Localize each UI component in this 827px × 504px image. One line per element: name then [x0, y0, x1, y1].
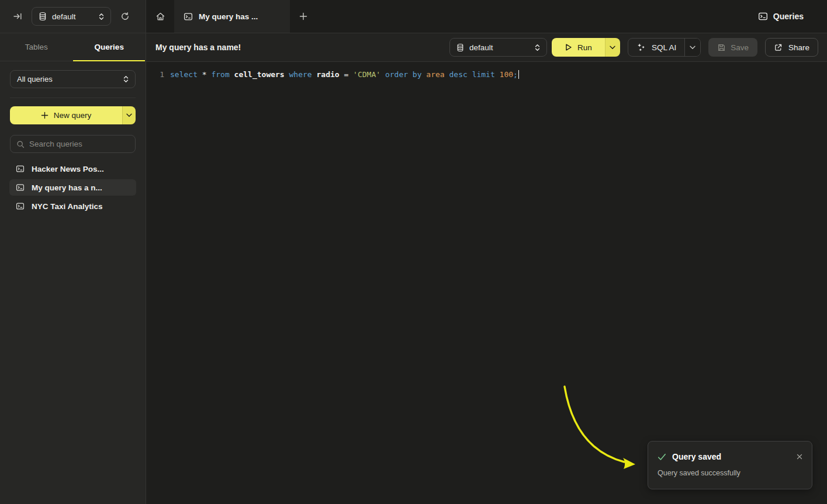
home-icon: [155, 12, 165, 22]
database-icon: [456, 43, 464, 52]
query-item-label: Hacker News Pos...: [32, 165, 104, 173]
toolbar-database-selector[interactable]: default: [449, 38, 547, 57]
save-icon: [717, 43, 726, 52]
toast-message: Query saved successfully: [658, 469, 802, 477]
chevron-updown-icon: [98, 13, 105, 20]
share-button[interactable]: Share: [765, 38, 818, 57]
terminal-icon: [184, 12, 193, 21]
sql-token: 'CDMA': [353, 70, 385, 79]
sql-token: *: [202, 70, 212, 79]
sidebar-tabs: Tables Queries: [0, 33, 146, 61]
share-label: Share: [788, 43, 809, 52]
terminal-icon: [16, 165, 25, 173]
database-icon: [39, 12, 47, 21]
sql-ai-dropdown-button[interactable]: [684, 39, 700, 56]
terminal-icon: [16, 183, 25, 192]
sql-token: =: [344, 70, 353, 79]
toast-title: Query saved: [672, 452, 721, 461]
sql-token: 100: [500, 70, 513, 79]
sql-editor[interactable]: 1 select * from cell_towers where radio …: [146, 62, 827, 79]
collapse-sidebar-icon: [13, 12, 22, 21]
tab-label: My query has ...: [199, 12, 258, 21]
new-query-dropdown-button[interactable]: [122, 106, 136, 124]
search-queries-box: [10, 135, 136, 153]
query-list: Hacker News Pos... My query has a n...: [0, 161, 146, 214]
run-split-button: Run: [552, 38, 620, 57]
share-export-icon: [774, 43, 783, 52]
query-filter-select[interactable]: All queries: [10, 70, 136, 88]
text-cursor: [518, 70, 520, 79]
new-tab-button[interactable]: [290, 0, 317, 33]
sql-ai-button[interactable]: SQL AI: [628, 39, 684, 56]
sql-token: select: [170, 70, 202, 79]
query-filter-value: All queries: [17, 75, 117, 84]
home-button[interactable]: [146, 0, 174, 33]
save-label: Save: [731, 43, 749, 52]
sql-token: radio: [316, 70, 344, 79]
close-toast-button[interactable]: [797, 453, 802, 461]
main-area: My query has a name! default: [146, 33, 827, 504]
refresh-button[interactable]: [120, 12, 130, 21]
new-query-button[interactable]: New query: [10, 106, 122, 124]
run-button[interactable]: Run: [552, 38, 605, 57]
query-item-label: NYC Taxi Analytics: [32, 202, 103, 211]
sidebar-tab-queries-label: Queries: [95, 43, 124, 51]
chevron-down-icon: [690, 46, 695, 50]
plus-icon: [41, 112, 49, 119]
sql-token: cell_towers: [234, 70, 289, 79]
search-icon: [16, 140, 25, 148]
query-title-row: My query has a name! default: [146, 33, 827, 62]
topbar: default: [0, 0, 827, 33]
close-icon: [797, 454, 802, 460]
sidebar-tab-tables-label: Tables: [25, 43, 48, 51]
sidebar-tab-queries[interactable]: Queries: [73, 33, 146, 61]
collapse-sidebar-button[interactable]: [13, 12, 22, 21]
database-selector[interactable]: default: [32, 7, 111, 26]
query-list-item[interactable]: Hacker News Pos...: [9, 161, 136, 177]
terminal-icon: [16, 202, 25, 210]
toast-query-saved: Query saved Query saved successfully: [648, 441, 812, 489]
toast-header: Query saved: [658, 452, 802, 461]
query-item-label: My query has a n...: [32, 183, 102, 192]
query-filter-section: All queries New query: [0, 61, 146, 153]
queries-indicator[interactable]: Queries: [758, 0, 827, 33]
sql-token: area: [426, 70, 449, 79]
chevron-updown-icon: [534, 44, 541, 51]
sql-ai-label: SQL AI: [652, 43, 676, 52]
sidebar-tab-tables[interactable]: Tables: [0, 33, 73, 61]
queries-indicator-label: Queries: [773, 12, 804, 21]
sql-token: ;: [513, 70, 518, 79]
tab-strip: My query has ... Queries: [146, 0, 827, 33]
chevron-down-icon: [126, 113, 132, 117]
chevron-down-icon: [610, 46, 615, 50]
run-label: Run: [577, 43, 592, 52]
sql-token: where: [289, 70, 317, 79]
topbar-sidebar-section: default: [0, 0, 146, 33]
line-number: 1: [156, 69, 164, 79]
sql-code-line: select * from cell_towers where radio = …: [170, 69, 519, 79]
plus-icon: [299, 12, 307, 20]
new-query-split-button: New query: [10, 106, 136, 124]
tab-my-query[interactable]: My query has ...: [174, 0, 290, 33]
terminal-icon: [758, 12, 768, 21]
play-icon: [565, 43, 572, 51]
sql-token: from: [211, 70, 234, 79]
save-button[interactable]: Save: [708, 38, 757, 57]
sidebar: Tables Queries All queries: [0, 33, 146, 504]
divider: [10, 98, 136, 98]
query-list-item-selected[interactable]: My query has a n...: [9, 179, 136, 196]
run-dropdown-button[interactable]: [605, 38, 620, 57]
query-list-item[interactable]: NYC Taxi Analytics: [9, 198, 136, 214]
sql-token: order by: [385, 70, 426, 79]
page-title: My query has a name!: [155, 43, 241, 52]
chevron-updown-icon: [123, 75, 129, 83]
refresh-icon: [120, 12, 130, 21]
database-selector-value: default: [52, 12, 93, 21]
new-query-label: New query: [54, 111, 92, 120]
sql-ai-split-button: SQL AI: [628, 38, 701, 57]
check-icon: [658, 453, 666, 461]
editor-toolbar: default Run: [449, 38, 818, 57]
toolbar-database-value: default: [469, 43, 529, 52]
sparkles-ai-icon: [636, 43, 646, 52]
search-queries-input[interactable]: [29, 140, 133, 148]
